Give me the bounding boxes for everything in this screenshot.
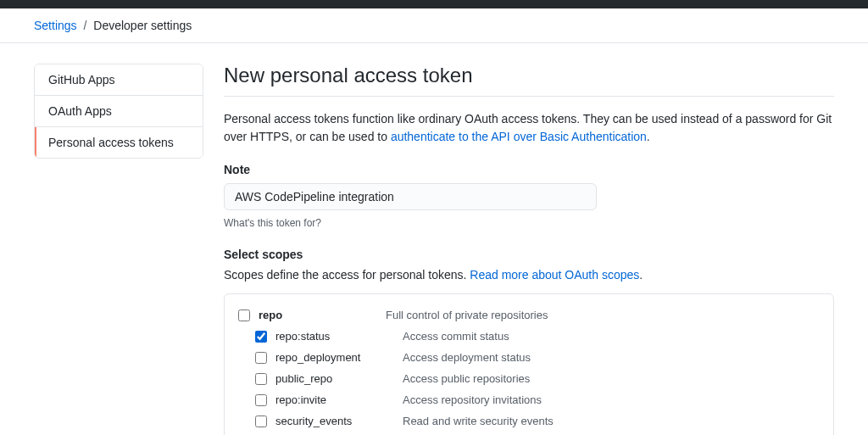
sidebar-item-github-apps[interactable]: GitHub Apps (35, 64, 203, 96)
scope-checkbox-security-events[interactable] (255, 415, 267, 427)
scope-row-security-events: security_eventsRead and write security e… (238, 410, 820, 432)
scope-row-repo: repoFull control of private repositories (238, 304, 820, 326)
scopes-box: repoFull control of private repositories… (224, 293, 834, 435)
scope-description: Access commit status (403, 330, 509, 343)
breadcrumb-separator: / (83, 19, 86, 32)
breadcrumb-settings-link[interactable]: Settings (34, 19, 77, 32)
scope-name: repo:invite (275, 393, 403, 406)
oauth-scopes-link[interactable]: Read more about OAuth scopes (470, 268, 639, 282)
scope-description: Access repository invitations (403, 393, 542, 406)
scopes-desc-post: . (639, 268, 643, 282)
sidebar-item-personal-access-tokens[interactable]: Personal access tokens (35, 127, 203, 158)
scope-description: Read and write security events (403, 415, 554, 427)
page-title: New personal access token (224, 64, 834, 97)
scope-checkbox-repo-invite[interactable] (255, 394, 267, 406)
scope-description: Access deployment status (403, 351, 531, 364)
page-description: Personal access tokens function like ord… (224, 110, 834, 146)
sidebar: GitHub AppsOAuth AppsPersonal access tok… (34, 64, 203, 435)
scope-name: security_events (275, 415, 403, 427)
scope-name: repo (259, 309, 386, 321)
scope-description: Access public repositories (403, 372, 530, 385)
main-content: New personal access token Personal acces… (224, 64, 834, 435)
scopes-heading: Select scopes (224, 248, 834, 261)
scope-row-repo-deployment: repo_deploymentAccess deployment status (238, 347, 820, 368)
scope-checkbox-repo-status[interactable] (255, 331, 267, 343)
breadcrumb: Settings / Developer settings (0, 8, 868, 43)
scopes-desc-pre: Scopes define the access for personal to… (224, 268, 470, 282)
scope-checkbox-repo-deployment[interactable] (255, 352, 267, 364)
scope-checkbox-public-repo[interactable] (255, 373, 267, 385)
note-help-text: What's this token for? (224, 217, 834, 229)
top-bar (0, 0, 868, 8)
breadcrumb-current: Developer settings (93, 19, 192, 32)
scope-name: public_repo (275, 372, 403, 385)
scope-name: repo:status (275, 330, 403, 343)
scope-name: repo_deployment (275, 351, 403, 364)
scope-description: Full control of private repositories (386, 309, 548, 321)
side-nav: GitHub AppsOAuth AppsPersonal access tok… (34, 64, 203, 159)
scopes-description: Scopes define the access for personal to… (224, 268, 834, 282)
note-label: Note (224, 163, 834, 176)
api-auth-link[interactable]: authenticate to the API over Basic Authe… (391, 130, 647, 143)
scope-row-public-repo: public_repoAccess public repositories (238, 368, 820, 389)
desc-text-post: . (647, 130, 650, 143)
scope-row-repo-status: repo:statusAccess commit status (238, 326, 820, 347)
sidebar-item-oauth-apps[interactable]: OAuth Apps (35, 96, 203, 127)
scope-row-repo-invite: repo:inviteAccess repository invitations (238, 389, 820, 410)
scope-checkbox-repo[interactable] (238, 310, 250, 321)
note-input[interactable] (224, 183, 597, 210)
